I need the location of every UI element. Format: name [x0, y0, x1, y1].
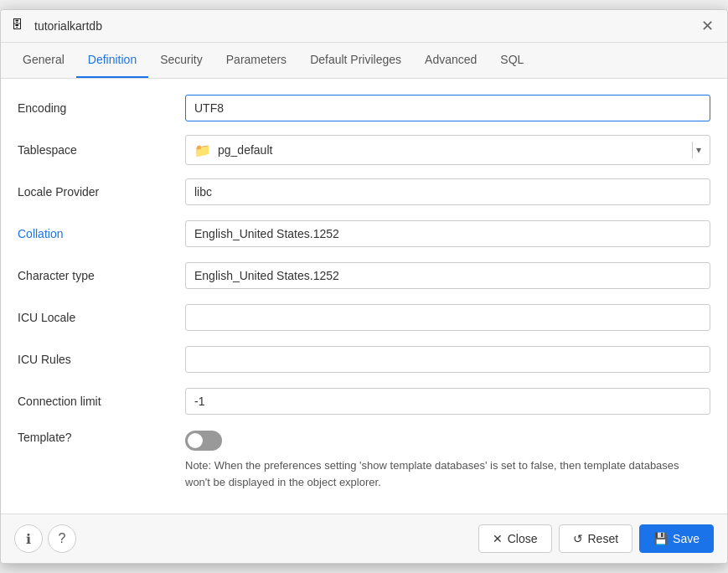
chevron-down-icon: ▾ [696, 144, 701, 156]
locale-provider-control [185, 178, 710, 205]
character-type-control [185, 262, 710, 289]
title-bar-left: 🗄 tutorialkartdb [11, 18, 102, 34]
collation-input[interactable] [185, 220, 710, 247]
title-bar: 🗄 tutorialkartdb ✕ [1, 10, 727, 43]
tablespace-select[interactable]: 📁 pg_default ▾ [185, 135, 710, 165]
tablespace-control: 📁 pg_default ▾ [185, 135, 710, 165]
footer-right: ✕ Close ↺ Reset 💾 Save [478, 524, 714, 553]
reset-icon: ↺ [573, 532, 583, 545]
help-button[interactable]: ? [48, 524, 76, 553]
collation-row: Collation [18, 218, 710, 250]
tab-advanced[interactable]: Advanced [413, 43, 488, 78]
tab-bar: General Definition Security Parameters D… [1, 43, 727, 79]
icu-rules-label: ICU Rules [18, 353, 185, 366]
info-icon: ℹ [26, 531, 31, 547]
template-label: Template? [18, 431, 185, 444]
tab-general[interactable]: General [11, 43, 76, 78]
folder-icon: 📁 [194, 142, 211, 158]
save-label: Save [673, 532, 700, 545]
template-row: Template? Note: When the preferences set… [18, 427, 710, 490]
dialog: 🗄 tutorialkartdb ✕ General Definition Se… [0, 9, 728, 564]
locale-provider-label: Locale Provider [18, 185, 185, 199]
select-divider [692, 142, 693, 158]
reset-button[interactable]: ↺ Reset [559, 524, 633, 553]
tablespace-row: Tablespace 📁 pg_default ▾ [18, 134, 710, 166]
connection-limit-label: Connection limit [18, 395, 185, 408]
footer: ℹ ? ✕ Close ↺ Reset 💾 Save [1, 514, 727, 563]
footer-left: ℹ ? [14, 524, 76, 553]
connection-limit-row: Connection limit [18, 385, 710, 417]
locale-provider-row: Locale Provider [18, 176, 710, 208]
tab-content: Encoding Tablespace 📁 pg_default [1, 79, 727, 514]
tablespace-value: pg_default [218, 143, 272, 157]
close-icon: ✕ [493, 532, 503, 545]
icu-locale-label: ICU Locale [18, 311, 185, 324]
character-type-label: Character type [18, 269, 185, 282]
tab-security[interactable]: Security [148, 43, 214, 78]
template-note: Note: When the preferences setting 'show… [185, 457, 705, 490]
icu-rules-row: ICU Rules [18, 343, 710, 375]
locale-provider-input[interactable] [185, 178, 710, 205]
template-toggle[interactable] [185, 431, 222, 451]
tab-definition[interactable]: Definition [76, 43, 148, 78]
connection-limit-input[interactable] [185, 388, 710, 415]
character-type-input[interactable] [185, 262, 710, 289]
character-type-row: Character type [18, 260, 710, 292]
question-icon: ? [59, 531, 66, 546]
window-close-button[interactable]: ✕ [698, 17, 717, 35]
encoding-control [185, 95, 710, 121]
info-button[interactable]: ℹ [14, 524, 43, 553]
encoding-input[interactable] [185, 95, 710, 121]
save-icon: 💾 [653, 532, 668, 545]
reset-label: Reset [588, 532, 619, 545]
collation-control [185, 220, 710, 247]
connection-limit-control [185, 388, 710, 415]
icu-locale-control [185, 304, 710, 331]
form-area: Encoding Tablespace 📁 pg_default [1, 79, 727, 514]
icu-rules-input[interactable] [185, 346, 710, 373]
icu-rules-control [185, 346, 710, 373]
collation-label: Collation [18, 227, 185, 240]
close-button[interactable]: ✕ Close [478, 524, 552, 553]
template-control: Note: When the preferences setting 'show… [185, 431, 710, 490]
tablespace-label: Tablespace [18, 143, 185, 157]
toggle-slider [185, 431, 222, 451]
tab-sql[interactable]: SQL [488, 43, 535, 78]
tab-default-privileges[interactable]: Default Privileges [298, 43, 413, 78]
icu-locale-input[interactable] [185, 304, 710, 331]
save-button[interactable]: 💾 Save [639, 524, 714, 553]
encoding-row: Encoding [18, 92, 710, 124]
db-icon: 🗄 [11, 18, 28, 34]
icu-locale-row: ICU Locale [18, 302, 710, 333]
dialog-title: tutorialkartdb [34, 19, 102, 33]
close-label: Close [508, 532, 538, 545]
encoding-label: Encoding [18, 101, 185, 115]
tab-parameters[interactable]: Parameters [214, 43, 298, 78]
